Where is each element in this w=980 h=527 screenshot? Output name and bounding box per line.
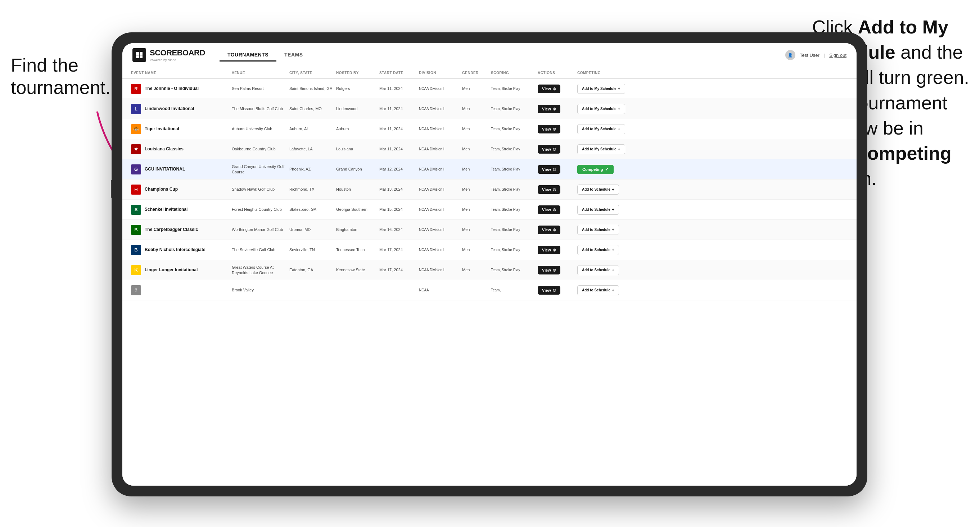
competing-cell: Add to My Schedule + — [577, 144, 635, 154]
venue-cell: The Missouri Bluffs Golf Club — [232, 106, 290, 111]
competing-cell: Add to Schedule + — [577, 285, 635, 295]
city-state-cell: Lafayette, LA — [290, 146, 336, 151]
hosted-by-cell: Kennesaw State — [336, 267, 379, 272]
city-state-cell: Richmond, TX — [290, 187, 336, 192]
th-gender: GENDER — [462, 71, 491, 75]
add-schedule-button[interactable]: Add to Schedule + — [577, 245, 619, 255]
event-name: Tiger Invitational — [145, 126, 179, 132]
view-button[interactable]: View ◎ — [538, 105, 560, 113]
tab-tournaments[interactable]: TOURNAMENTS — [220, 49, 277, 62]
actions-cell: View ◎ — [538, 105, 577, 113]
event-name: Bobby Nichols Intercollegiate — [145, 247, 205, 253]
view-label: View — [542, 288, 551, 292]
city-state-cell: Phoenix, AZ — [290, 167, 336, 171]
event-name-cell: H Champions Cup — [131, 184, 232, 195]
plus-icon: + — [612, 248, 614, 252]
add-schedule-button[interactable]: Add to My Schedule + — [577, 84, 625, 94]
hosted-by-cell: Georgia Southern — [336, 207, 379, 212]
event-name-cell: B The Carpetbagger Classic — [131, 225, 232, 235]
plus-icon: + — [618, 127, 620, 132]
division-cell: NCAA Division I — [419, 167, 462, 171]
event-name: Champions Cup — [145, 187, 178, 192]
gender-cell: Men — [462, 267, 491, 272]
start-date-cell: Mar 17, 2024 — [379, 247, 419, 252]
user-avatar: 👤 — [785, 50, 795, 60]
add-schedule-button[interactable]: Add to Schedule + — [577, 285, 619, 295]
view-button[interactable]: View ◎ — [538, 185, 560, 194]
view-button[interactable]: View ◎ — [538, 286, 560, 295]
city-state-cell: Auburn, AL — [290, 126, 336, 131]
view-label: View — [542, 228, 551, 232]
event-name-cell: 🐯 Tiger Invitational — [131, 124, 232, 134]
actions-cell: View ◎ — [538, 145, 577, 154]
add-schedule-label: Add to Schedule — [582, 268, 610, 272]
scoring-cell: Team, Stroke Play — [491, 268, 538, 272]
event-name: Linger Longer Invitational — [145, 267, 197, 273]
division-cell: NCAA Division I — [419, 207, 462, 212]
table-row: L Lindenwood Invitational The Missouri B… — [123, 99, 857, 119]
view-button[interactable]: View ◎ — [538, 266, 560, 275]
view-label: View — [542, 248, 551, 252]
gender-cell: Men — [462, 126, 491, 131]
eye-icon: ◎ — [553, 107, 556, 111]
team-logo: L — [131, 104, 141, 114]
division-cell: NCAA Division I — [419, 187, 462, 192]
view-button[interactable]: View ◎ — [538, 145, 560, 154]
view-label: View — [542, 87, 551, 91]
event-name: Lindenwood Invitational — [145, 106, 194, 112]
view-button[interactable]: View ◎ — [538, 165, 560, 174]
gender-cell: Men — [462, 227, 491, 232]
view-button[interactable]: View ◎ — [538, 246, 560, 254]
competing-cell: Add to Schedule + — [577, 245, 635, 255]
start-date-cell: Mar 17, 2024 — [379, 267, 419, 272]
add-schedule-button[interactable]: Add to My Schedule + — [577, 144, 625, 154]
actions-cell: View ◎ — [538, 84, 577, 93]
sign-out-link[interactable]: Sign out — [829, 52, 846, 58]
top-bar-right: 👤 Test User | Sign out — [785, 50, 846, 60]
add-schedule-button[interactable]: Add to Schedule + — [577, 205, 619, 215]
scoring-cell: Team, Stroke Play — [491, 127, 538, 131]
logo-area: SCOREBOARD Powered by clippd — [132, 48, 205, 62]
competing-cell: Add to Schedule + — [577, 205, 635, 215]
scoring-cell: Team, Stroke Play — [491, 167, 538, 171]
eye-icon: ◎ — [553, 87, 556, 90]
team-logo: K — [131, 265, 141, 275]
add-schedule-button[interactable]: Add to My Schedule + — [577, 124, 625, 134]
division-cell: NCAA Division I — [419, 127, 462, 131]
event-name-cell: B Bobby Nichols Intercollegiate — [131, 245, 232, 255]
start-date-cell: Mar 11, 2024 — [379, 146, 419, 151]
start-date-cell: Mar 12, 2024 — [379, 167, 419, 171]
actions-cell: View ◎ — [538, 185, 577, 194]
svg-rect-4 — [136, 56, 139, 58]
nav-tabs: TOURNAMENTS TEAMS — [220, 49, 311, 62]
add-schedule-label: Add to Schedule — [582, 208, 610, 211]
view-button[interactable]: View ◎ — [538, 84, 560, 93]
th-city-state: CITY, STATE — [290, 71, 336, 75]
plus-icon: + — [618, 86, 620, 91]
add-schedule-button[interactable]: Add to Schedule + — [577, 184, 619, 195]
svg-rect-3 — [140, 52, 143, 55]
division-cell: NCAA Division I — [419, 248, 462, 252]
add-schedule-button[interactable]: Add to Schedule + — [577, 225, 619, 235]
view-label: View — [542, 167, 551, 171]
venue-cell: The Sevierville Golf Club — [232, 247, 290, 252]
plus-icon: + — [612, 288, 614, 293]
city-state-cell: Saint Charles, MO — [290, 106, 336, 111]
view-button[interactable]: View ◎ — [538, 225, 560, 234]
scoring-cell: Team, — [491, 288, 538, 292]
venue-cell: Worthington Manor Golf Club — [232, 227, 290, 232]
table-row: G GCU INVITATIONAL Grand Canyon Universi… — [123, 159, 857, 179]
view-button[interactable]: View ◎ — [538, 125, 560, 133]
view-label: View — [542, 127, 551, 131]
add-schedule-button[interactable]: Add to My Schedule + — [577, 104, 625, 114]
add-schedule-button[interactable]: Add to Schedule + — [577, 265, 619, 275]
table-row: H Champions Cup Shadow Hawk Golf Club Ri… — [123, 179, 857, 200]
event-name: The Johnnie - O Individual — [145, 86, 199, 92]
view-button[interactable]: View ◎ — [538, 205, 560, 214]
competing-button[interactable]: Competing ✓ — [577, 165, 614, 174]
venue-cell: Forest Heights Country Club — [232, 207, 290, 212]
eye-icon: ◎ — [553, 187, 556, 191]
event-name-cell: R The Johnnie - O Individual — [131, 84, 232, 94]
hosted-by-cell: Houston — [336, 187, 379, 192]
tab-teams[interactable]: TEAMS — [277, 49, 311, 62]
